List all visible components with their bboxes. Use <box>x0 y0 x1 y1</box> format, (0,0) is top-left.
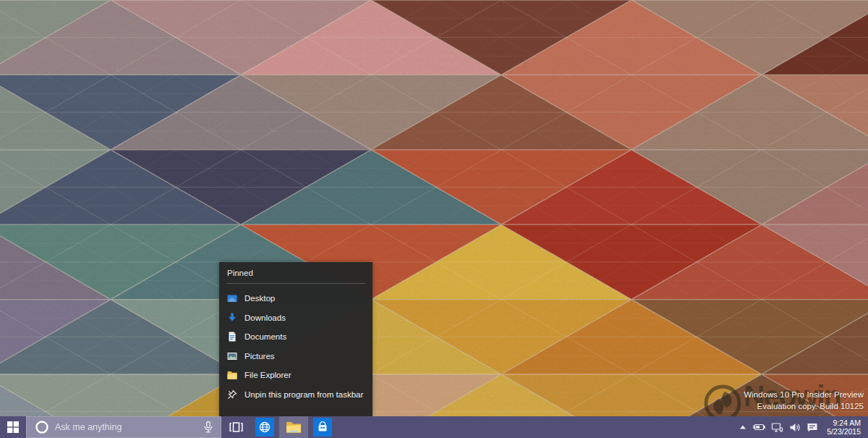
system-tray: 9:24 AM 5/23/2015 <box>736 416 865 438</box>
jumplist-item-file-explorer[interactable]: File Explorer <box>219 366 373 385</box>
jumplist-item-label: Desktop <box>244 294 275 303</box>
network-icon <box>771 422 783 433</box>
task-view-icon <box>229 420 244 434</box>
taskbar: 9:24 AM 5/23/2015 <box>0 416 868 438</box>
jumplist-item-pictures[interactable]: Pictures <box>219 347 373 366</box>
action-center-icon <box>807 422 818 433</box>
desktop[interactable]: Neowin Windows 10 Pro Insider Preview Ev… <box>0 0 868 438</box>
jumplist-item-label: Downloads <box>244 313 286 322</box>
store-tile <box>313 418 332 437</box>
jumplist-items: DesktopDownloadsDocumentsPicturesFile Ex… <box>219 289 373 404</box>
task-view-button[interactable] <box>221 416 250 438</box>
store-bag-icon <box>316 421 329 434</box>
windows-logo-icon <box>7 421 19 433</box>
desktop-icon <box>226 292 238 304</box>
power-tray-button[interactable] <box>749 416 768 438</box>
chevron-up-icon <box>739 424 746 430</box>
action-center-button[interactable] <box>804 416 821 438</box>
tray-date: 5/23/2015 <box>827 427 861 436</box>
show-hidden-icons-button[interactable] <box>736 416 749 438</box>
jumplist-item-desktop[interactable]: Desktop <box>219 289 373 308</box>
search-input[interactable] <box>55 422 203 432</box>
battery-plug-icon <box>752 422 765 432</box>
wallpaper-grain <box>0 0 868 438</box>
edge-tile <box>255 418 274 437</box>
jumplist-header: Pinned <box>219 262 373 277</box>
jumplist-item-documents[interactable]: Documents <box>219 327 373 347</box>
tray-clock[interactable]: 9:24 AM 5/23/2015 <box>821 418 865 436</box>
store-button[interactable] <box>308 416 337 438</box>
network-tray-button[interactable] <box>768 416 786 438</box>
start-button[interactable] <box>0 416 26 438</box>
jumplist-item-label: Pictures <box>244 352 275 361</box>
documents-icon <box>226 331 238 342</box>
unpin-icon <box>226 389 238 400</box>
jumplist-item-label: Documents <box>244 332 286 341</box>
downloads-icon <box>226 312 238 324</box>
jumplist-divider <box>226 283 365 284</box>
pictures-icon <box>226 350 238 362</box>
cortana-search-box[interactable] <box>26 416 221 438</box>
jumplist-panel: Pinned DesktopDownloadsDocumentsPictures… <box>219 262 373 416</box>
jumplist-item-downloads[interactable]: Downloads <box>219 308 373 328</box>
edge-globe-icon <box>258 421 271 434</box>
file-explorer-taskbar-icon <box>285 420 302 434</box>
file-explorer-button[interactable] <box>279 416 308 438</box>
speaker-icon <box>789 422 801 433</box>
microphone-icon[interactable] <box>203 421 213 434</box>
volume-tray-button[interactable] <box>786 416 804 438</box>
cortana-ring-icon <box>35 420 49 434</box>
file-explorer-icon <box>226 369 238 381</box>
jumplist-item-label: File Explorer <box>244 371 292 379</box>
tray-time: 9:24 AM <box>827 418 861 427</box>
jumplist-item-unpin-this-program-from-taskbar[interactable]: Unpin this program from taskbar <box>219 385 373 405</box>
jumplist-item-label: Unpin this program from taskbar <box>244 390 363 399</box>
wallpaper <box>0 0 868 438</box>
edge-browser-button[interactable] <box>250 416 279 438</box>
